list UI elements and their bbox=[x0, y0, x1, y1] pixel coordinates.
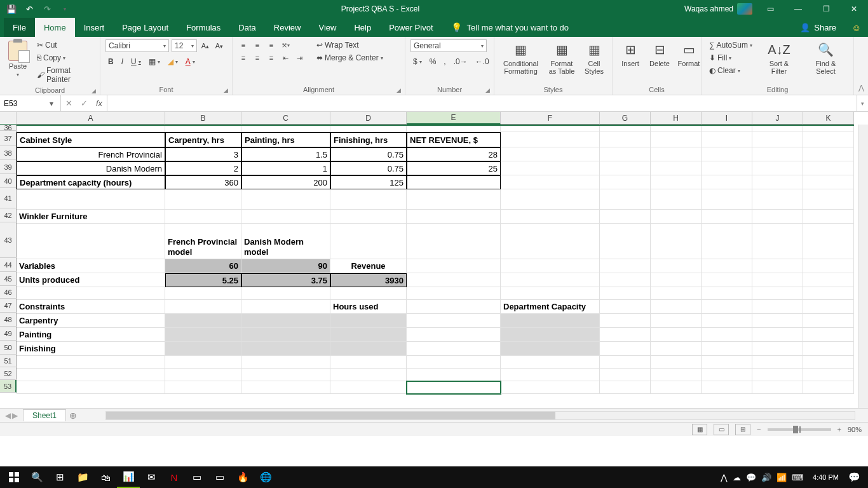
flame-icon[interactable]: 🔥 bbox=[231, 466, 254, 488]
col-header-I[interactable]: I bbox=[702, 112, 752, 125]
file-explorer-icon[interactable]: 📁 bbox=[71, 466, 94, 488]
cell-H43[interactable] bbox=[651, 224, 702, 259]
cell-I50[interactable] bbox=[702, 342, 752, 356]
cell-B49[interactable] bbox=[165, 328, 241, 342]
cell-H51[interactable] bbox=[651, 356, 702, 369]
cell-I36[interactable] bbox=[702, 126, 752, 132]
row-header-45[interactable]: 45 bbox=[0, 272, 17, 286]
cell-B38[interactable]: 3 bbox=[165, 147, 241, 161]
undo-icon[interactable]: ↶ bbox=[22, 2, 37, 16]
cell-E43[interactable] bbox=[407, 224, 501, 259]
row-header-38[interactable]: 38 bbox=[0, 146, 17, 160]
cell-A53[interactable] bbox=[17, 381, 165, 394]
zoom-slider[interactable] bbox=[768, 428, 831, 431]
bold-button[interactable]: B bbox=[105, 56, 116, 67]
cell-D40[interactable]: 125 bbox=[330, 175, 407, 189]
cell-A37[interactable]: Cabinet Style bbox=[17, 132, 165, 147]
cell-F44[interactable] bbox=[501, 259, 600, 273]
cell-C44[interactable]: 90 bbox=[241, 259, 330, 273]
cell-A42[interactable]: Winkler Furniture bbox=[17, 210, 165, 224]
page-break-view-icon[interactable]: ⊞ bbox=[735, 424, 750, 435]
cell-F45[interactable] bbox=[501, 273, 600, 287]
row-header-44[interactable]: 44 bbox=[0, 258, 17, 272]
align-right-icon[interactable]: ≡ bbox=[266, 52, 277, 64]
cell-F36[interactable] bbox=[501, 126, 600, 132]
cell-H45[interactable] bbox=[651, 273, 702, 287]
cell-A41[interactable] bbox=[17, 189, 165, 210]
increase-decimal-icon[interactable]: .0→ bbox=[451, 56, 470, 67]
cell-F47[interactable]: Department Capacity bbox=[501, 300, 600, 314]
col-header-G[interactable]: G bbox=[600, 112, 651, 125]
cell-G41[interactable] bbox=[600, 189, 651, 210]
cell-D49[interactable] bbox=[330, 328, 407, 342]
col-header-D[interactable]: D bbox=[330, 112, 407, 125]
cell-A46[interactable] bbox=[17, 287, 165, 300]
cell-K44[interactable] bbox=[803, 259, 854, 273]
cell-C39[interactable]: 1 bbox=[241, 161, 330, 175]
add-sheet-button[interactable]: ⊕ bbox=[66, 410, 80, 421]
app-icon[interactable]: ▭ bbox=[186, 466, 208, 488]
row-header-39[interactable]: 39 bbox=[0, 160, 17, 174]
fill-button[interactable]: ⬇Fill ▾ bbox=[707, 52, 755, 64]
cell-D52[interactable] bbox=[330, 369, 407, 381]
cell-J43[interactable] bbox=[752, 224, 803, 259]
name-box[interactable]: ▾ bbox=[0, 95, 61, 111]
cell-K38[interactable] bbox=[803, 147, 854, 161]
cell-B36[interactable] bbox=[165, 126, 241, 132]
zoom-level[interactable]: 90% bbox=[848, 426, 862, 433]
cell-A48[interactable]: Carpentry bbox=[17, 314, 165, 328]
insert-cells-button[interactable]: ⊞Insert bbox=[618, 39, 643, 69]
cell-H40[interactable] bbox=[651, 175, 702, 189]
number-launcher-icon[interactable]: ◢ bbox=[485, 87, 490, 93]
cell-H52[interactable] bbox=[651, 369, 702, 381]
cell-B39[interactable]: 2 bbox=[165, 161, 241, 175]
cell-D37[interactable]: Finishing, hrs bbox=[330, 132, 407, 147]
cell-C50[interactable] bbox=[241, 342, 330, 356]
cell-B40[interactable]: 360 bbox=[165, 175, 241, 189]
cell-E48[interactable] bbox=[407, 314, 501, 328]
cell-J40[interactable] bbox=[752, 175, 803, 189]
cell-H48[interactable] bbox=[651, 314, 702, 328]
cell-D51[interactable] bbox=[330, 356, 407, 369]
cell-A38[interactable]: French Provincial bbox=[17, 147, 165, 161]
cell-E44[interactable] bbox=[407, 259, 501, 273]
row-header-48[interactable]: 48 bbox=[0, 313, 17, 327]
cell-H41[interactable] bbox=[651, 189, 702, 210]
notifications-icon[interactable]: 💬 bbox=[843, 466, 865, 488]
format-painter-button[interactable]: 🖌Format Painter bbox=[34, 65, 95, 85]
cell-B45[interactable]: 5.25 bbox=[165, 273, 241, 287]
cell-K39[interactable] bbox=[803, 161, 854, 175]
cell-D36[interactable] bbox=[330, 126, 407, 132]
cell-J45[interactable] bbox=[752, 273, 803, 287]
cell-J39[interactable] bbox=[752, 161, 803, 175]
cell-G45[interactable] bbox=[600, 273, 651, 287]
italic-button[interactable]: I bbox=[119, 56, 126, 67]
cell-C42[interactable] bbox=[241, 210, 330, 224]
cell-B43[interactable]: French Provincial model bbox=[165, 224, 241, 259]
cell-F50[interactable] bbox=[501, 342, 600, 356]
cell-D53[interactable] bbox=[330, 381, 407, 394]
cell-I48[interactable] bbox=[702, 314, 752, 328]
cell-G43[interactable] bbox=[600, 224, 651, 259]
cell-C52[interactable] bbox=[241, 369, 330, 381]
cell-A52[interactable] bbox=[17, 369, 165, 381]
cell-G48[interactable] bbox=[600, 314, 651, 328]
cell-D45[interactable]: 3930 bbox=[330, 273, 407, 287]
cell-I52[interactable] bbox=[702, 369, 752, 381]
align-bottom-icon[interactable]: ≡ bbox=[266, 39, 277, 51]
cell-J46[interactable] bbox=[752, 287, 803, 300]
cell-K37[interactable] bbox=[803, 132, 854, 147]
cell-J42[interactable] bbox=[752, 210, 803, 224]
cell-D46[interactable] bbox=[330, 287, 407, 300]
cell-E51[interactable] bbox=[407, 356, 501, 369]
decrease-decimal-icon[interactable]: ←.0 bbox=[473, 56, 492, 67]
cell-D47[interactable]: Hours used bbox=[330, 300, 407, 314]
cell-C46[interactable] bbox=[241, 287, 330, 300]
cell-I49[interactable] bbox=[702, 328, 752, 342]
tab-insert[interactable]: Insert bbox=[75, 18, 114, 37]
vertical-scrollbar[interactable] bbox=[858, 125, 868, 408]
qat-customize-icon[interactable]: ▾ bbox=[57, 2, 72, 16]
cell-E47[interactable] bbox=[407, 300, 501, 314]
cell-K48[interactable] bbox=[803, 314, 854, 328]
cell-F48[interactable] bbox=[501, 314, 600, 328]
